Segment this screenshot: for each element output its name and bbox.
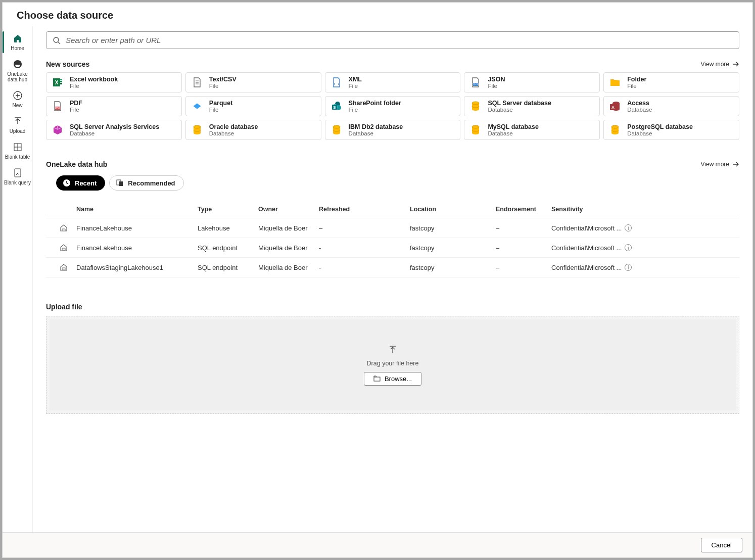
cell-name: DataflowsStagingLakehouse1 — [76, 264, 198, 271]
cell-owner: Miquella de Boer — [258, 224, 319, 232]
view-more-sources[interactable]: View more — [701, 61, 739, 68]
pdf-icon: PDF — [52, 100, 64, 112]
cell-location: fastcopy — [410, 264, 496, 271]
table-header: Name Type Owner Refreshed Location Endor… — [46, 201, 739, 218]
source-title: SharePoint folder — [349, 100, 401, 107]
onelake-heading: OneLake data hub — [46, 160, 107, 168]
source-title: JSON — [488, 76, 505, 83]
home-icon — [12, 32, 24, 44]
table-row[interactable]: FinanceLakehouseSQL endpointMiquella de … — [46, 238, 739, 258]
source-title: PostgreSQL database — [627, 123, 693, 130]
sidebar-label: Blank table — [5, 154, 30, 160]
db-icon — [469, 100, 482, 112]
info-icon[interactable]: i — [625, 244, 632, 251]
col-owner[interactable]: Owner — [258, 206, 319, 213]
source-title: Parquet — [209, 100, 233, 107]
source-card-sql-server-database[interactable]: SQL Server databaseDatabase — [464, 96, 600, 116]
cancel-button[interactable]: Cancel — [701, 538, 742, 552]
pill-recommended[interactable]: Recommended — [109, 175, 183, 191]
cell-sensitivity: Confidential\Microsoft ...i — [551, 264, 734, 271]
db-icon — [331, 124, 343, 136]
source-card-folder[interactable]: FolderFile — [603, 72, 739, 92]
source-card-text-csv[interactable]: Text/CSVFile — [185, 72, 321, 92]
db-icon — [191, 124, 203, 136]
cell-location: fastcopy — [410, 224, 496, 232]
col-location[interactable]: Location — [410, 206, 496, 213]
svg-text:X: X — [55, 80, 59, 85]
source-card-xml[interactable]: XMLFile — [325, 72, 461, 92]
svg-rect-35 — [119, 181, 123, 186]
col-name[interactable]: Name — [76, 206, 198, 213]
sidebar: HomeOneLake data hubNewUploadBlank table… — [3, 26, 33, 532]
source-card-pdf[interactable]: PDFPDFFile — [46, 96, 182, 116]
sidebar-item-home[interactable]: Home — [3, 29, 32, 55]
source-subtitle: File — [349, 83, 362, 89]
onelake-icon — [12, 58, 24, 70]
source-card-postgresql-database[interactable]: PostgreSQL databaseDatabase — [603, 120, 739, 140]
db-icon — [469, 124, 482, 136]
search-icon — [53, 36, 61, 44]
cell-endorsement: – — [496, 264, 551, 271]
browse-button[interactable]: Browse... — [364, 372, 421, 386]
source-card-sharepoint-folder[interactable]: SSharePoint folderFile — [325, 96, 461, 116]
sharepoint-icon: S — [331, 100, 343, 112]
cell-owner: Miquella de Boer — [258, 244, 319, 252]
source-subtitle: Database — [209, 130, 258, 136]
upload-heading: Upload file — [46, 303, 739, 311]
source-title: Access — [627, 100, 652, 107]
source-subtitle: Database — [488, 130, 539, 136]
new-icon — [12, 89, 24, 102]
source-grid: XExcel workbookFileText/CSVFileXMLFileJS… — [46, 72, 739, 140]
cell-refreshed: – — [319, 224, 410, 232]
sidebar-item-blanktable[interactable]: Blank table — [3, 138, 32, 164]
info-icon[interactable]: i — [625, 264, 632, 271]
source-title: Folder — [627, 76, 646, 83]
view-more-onelake[interactable]: View more — [701, 161, 739, 168]
cell-type: Lakehouse — [198, 224, 258, 232]
svg-text:S: S — [333, 105, 336, 110]
col-refreshed[interactable]: Refreshed — [319, 206, 410, 213]
source-card-excel-workbook[interactable]: XExcel workbookFile — [46, 72, 182, 92]
search-input[interactable] — [66, 36, 733, 44]
cube-icon — [52, 124, 64, 136]
svg-rect-8 — [60, 79, 62, 80]
source-card-ibm-db2-database[interactable]: IBM Db2 databaseDatabase — [325, 120, 461, 140]
sidebar-item-upload[interactable]: Upload — [3, 112, 32, 138]
source-card-oracle-database[interactable]: Oracle databaseDatabase — [185, 120, 321, 140]
upload-dropzone[interactable]: Drag your file here Browse... — [46, 316, 739, 414]
view-more-label: View more — [701, 61, 729, 68]
col-type[interactable]: Type — [198, 206, 258, 213]
sidebar-item-new[interactable]: New — [3, 86, 32, 112]
access-icon: A — [609, 100, 621, 112]
upload-arrow-icon — [388, 345, 398, 355]
source-card-parquet[interactable]: ParquetFile — [185, 96, 321, 116]
info-icon[interactable]: i — [625, 224, 632, 231]
source-title: Oracle database — [209, 123, 258, 130]
pill-recent-label: Recent — [75, 179, 97, 187]
onelake-table: Name Type Owner Refreshed Location Endor… — [46, 201, 739, 277]
cell-endorsement: – — [496, 244, 551, 252]
sidebar-label: Blank query — [4, 180, 31, 185]
svg-point-4 — [54, 37, 59, 42]
col-endorsement[interactable]: Endorsement — [496, 206, 551, 213]
cell-sensitivity: Confidential\Microsoft ...i — [551, 224, 734, 232]
search-wrapper[interactable] — [46, 31, 739, 49]
cell-refreshed: - — [319, 244, 410, 252]
pill-recent[interactable]: Recent — [56, 175, 105, 191]
arrow-right-icon — [732, 161, 739, 168]
blankquery-icon — [12, 167, 24, 179]
new-sources-heading: New sources — [46, 60, 89, 68]
source-title: MySQL database — [488, 123, 539, 130]
source-card-sql-server-analysis-services[interactable]: SQL Server Analysis ServicesDatabase — [46, 120, 182, 140]
cell-location: fastcopy — [410, 244, 496, 252]
sidebar-item-blankquery[interactable]: Blank query — [3, 164, 32, 190]
source-card-json[interactable]: JSONJSONFile — [464, 72, 600, 92]
table-row[interactable]: FinanceLakehouseLakehouseMiquella de Boe… — [46, 218, 739, 238]
source-subtitle: File — [488, 83, 505, 89]
source-title: Excel workbook — [70, 76, 118, 83]
table-row[interactable]: DataflowsStagingLakehouse1SQL endpointMi… — [46, 258, 739, 277]
sidebar-item-onelake[interactable]: OneLake data hub — [3, 55, 32, 86]
source-card-access[interactable]: AAccessDatabase — [603, 96, 739, 116]
source-card-mysql-database[interactable]: MySQL databaseDatabase — [464, 120, 600, 140]
col-sensitivity[interactable]: Sensitivity — [551, 206, 734, 213]
